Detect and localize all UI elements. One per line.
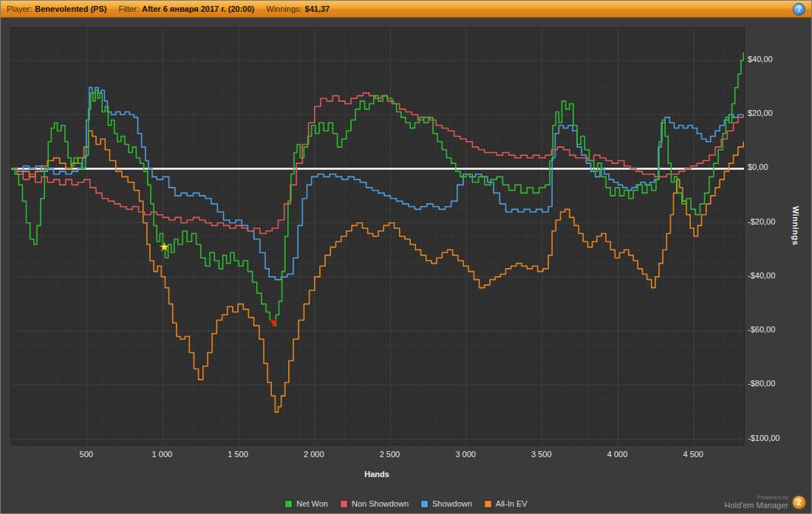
y-tick-label: $20,00	[748, 109, 773, 117]
star-marker: ★	[159, 239, 170, 254]
legend-item-all-in-ev[interactable]: All-In EV	[484, 499, 528, 508]
plot-area[interactable]: ★▼	[10, 27, 745, 445]
x-tick-label: 4 500	[683, 450, 703, 459]
player-value: Benevolented (PS)	[35, 4, 106, 13]
x-tick-label: 3 500	[531, 450, 552, 459]
filter-value: After 6 января 2017 г. (20:00)	[142, 4, 254, 13]
brand-name: Hold'em Manager	[725, 501, 788, 510]
y-tick-label: -$100,00	[748, 434, 779, 442]
x-tick-label: 1 500	[228, 450, 248, 459]
triangle-down-marker: ▼	[270, 318, 277, 329]
x-axis-title: Hands	[10, 470, 743, 479]
y-tick-label: -$20,00	[748, 217, 775, 226]
chart-region: ★▼ $40,00$20,00$0,00-$20,00-$40,00-$60,0…	[1, 18, 811, 513]
y-tick-label: $0,00	[748, 162, 768, 171]
help-icon[interactable]: ?	[793, 3, 805, 16]
powered-by-text: Powered by	[725, 494, 788, 501]
y-axis: $40,00$20,00$0,00-$20,00-$40,00-$60,00-$…	[748, 27, 791, 444]
y-tick-label: -$80,00	[748, 379, 775, 388]
brand-text: Powered by Hold'em Manager	[725, 494, 788, 510]
top-status-bar: Player: Benevolented (PS) Filter: After …	[1, 1, 811, 18]
player-label: Player:	[7, 4, 32, 13]
x-tick-label: 4 000	[607, 450, 628, 459]
winnings-graph: ★▼	[11, 28, 744, 445]
hm2-logo-icon: 2	[793, 496, 805, 509]
y-tick-label: $40,00	[748, 55, 773, 64]
legend-label: Non Showdown	[352, 499, 409, 508]
filter-label: Filter:	[118, 4, 139, 13]
y-tick-label: -$40,00	[748, 271, 775, 280]
y-tick-label: -$60,00	[748, 325, 775, 334]
legend-item-showdown[interactable]: Showdown	[420, 499, 472, 508]
winnings-label: Winnings:	[266, 4, 301, 13]
legend-swatch	[284, 500, 293, 508]
legend-label: Net Won	[296, 499, 328, 508]
y-axis-title: Winnings	[791, 206, 800, 245]
legend-swatch	[420, 500, 429, 508]
holdem-manager-graph-window: Player: Benevolented (PS) Filter: After …	[0, 0, 812, 514]
legend-swatch	[340, 500, 348, 508]
legend: Net WonNon ShowdownShowdownAll-In EV	[1, 499, 811, 508]
legend-label: Showdown	[432, 499, 472, 508]
x-tick-label: 1 000	[152, 450, 173, 459]
x-axis: 5001 0001 5002 0002 5003 0003 5004 0004 …	[10, 450, 743, 460]
x-tick-label: 3 000	[455, 450, 476, 459]
x-tick-label: 500	[80, 450, 93, 459]
x-tick-label: 2 500	[380, 450, 400, 459]
branding: Powered by Hold'em Manager 2	[725, 494, 805, 510]
x-tick-label: 2 000	[304, 450, 324, 459]
legend-item-non-showdown[interactable]: Non Showdown	[340, 499, 409, 508]
legend-item-net-won[interactable]: Net Won	[284, 499, 328, 508]
winnings-value: $41,37	[305, 4, 330, 13]
legend-label: All-In EV	[496, 499, 528, 508]
legend-swatch	[484, 500, 492, 508]
